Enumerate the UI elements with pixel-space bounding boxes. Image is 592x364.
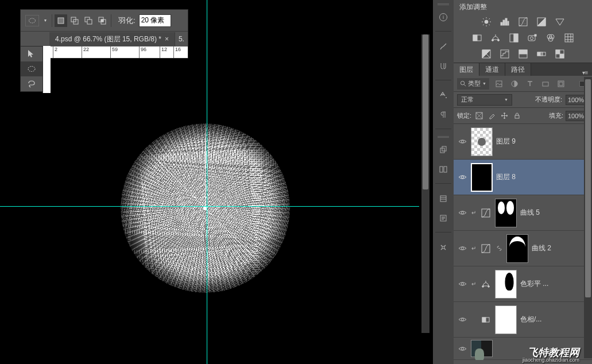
tab-channels[interactable]: 通道	[479, 63, 505, 76]
layer-mask-thumbnail[interactable]	[495, 305, 517, 334]
shape-dropdown-arrow[interactable]: ▾	[42, 18, 48, 23]
visibility-toggle[interactable]	[457, 208, 467, 218]
layer-mask-thumbnail[interactable]	[495, 270, 517, 299]
clone-panel-icon[interactable]	[435, 142, 451, 158]
filter-kind-select[interactable]: 类型 ▼	[457, 78, 489, 90]
blend-mode-select[interactable]: 正常 ▼	[457, 94, 512, 106]
color-balance-icon[interactable]	[490, 32, 501, 44]
channel-mixer-icon[interactable]	[545, 32, 556, 44]
vibrance-icon[interactable]	[554, 16, 566, 28]
lasso-tool[interactable]	[21, 76, 42, 91]
exposure-icon[interactable]	[536, 16, 547, 28]
scrollbar-thumb[interactable]	[585, 79, 591, 297]
svg-point-78	[461, 347, 463, 350]
layer-name[interactable]: 色相/...	[520, 315, 541, 324]
photo-filter-icon[interactable]	[527, 32, 538, 44]
curves-adj-icon[interactable]	[480, 207, 492, 219]
layer-name[interactable]: 图层 8	[496, 172, 516, 182]
layer-mask-thumbnail[interactable]	[506, 234, 528, 263]
layer-name[interactable]: 曲线 2	[532, 243, 551, 253]
selmode-add-button[interactable]	[68, 14, 81, 27]
document-tab-active[interactable]: 4.psd @ 66.7% (图层 15, RGB/8) * ×	[49, 32, 175, 46]
layer-row[interactable]: 色相/...	[454, 302, 592, 338]
feather-input[interactable]	[139, 14, 171, 27]
filter-pixel-icon[interactable]	[493, 78, 505, 90]
svg-rect-42	[535, 34, 536, 36]
layer-name[interactable]: 色彩平 ...	[520, 279, 548, 289]
layer-filter-bar: 类型 ▼	[454, 76, 592, 92]
curves-adj-icon[interactable]	[480, 243, 492, 254]
layer-row[interactable]: ↵ 曲线 2	[454, 231, 592, 266]
hue-sat-adj-icon[interactable]	[480, 314, 492, 326]
selmode-subtract-button[interactable]	[82, 14, 95, 27]
visibility-toggle[interactable]	[457, 172, 467, 183]
levels-icon[interactable]	[499, 16, 510, 28]
visibility-toggle[interactable]	[457, 137, 467, 147]
visibility-toggle[interactable]	[457, 243, 467, 254]
brush-presets-icon[interactable]	[435, 58, 451, 74]
selmode-intersect-button[interactable]	[96, 14, 109, 27]
layer-thumbnail[interactable]	[471, 163, 493, 192]
layer-mask-thumbnail[interactable]	[495, 199, 517, 227]
lock-position-icon[interactable]	[499, 111, 509, 121]
filter-shape-icon[interactable]	[540, 78, 551, 90]
curves-icon[interactable]	[517, 16, 529, 28]
canvas-scrollbar[interactable]	[421, 34, 430, 333]
paragraph-panel-icon[interactable]	[435, 107, 451, 123]
marquee-tool[interactable]	[21, 61, 42, 76]
selection-mode-group	[52, 14, 111, 27]
lock-paint-icon[interactable]	[486, 111, 497, 121]
panel-grip[interactable]	[438, 135, 449, 138]
notes-panel-icon[interactable]	[435, 210, 451, 226]
visibility-toggle[interactable]	[457, 343, 467, 354]
layer-row[interactable]: ↵ 曲线 5	[454, 195, 592, 231]
type-panel-icon[interactable]	[435, 87, 451, 103]
invert-icon[interactable]	[481, 48, 492, 60]
lock-all-icon[interactable]	[512, 111, 522, 121]
layer-name[interactable]: 曲线 5	[520, 208, 540, 218]
layer-name[interactable]: 图层 9	[496, 137, 516, 146]
lock-transparent-icon[interactable]	[474, 111, 484, 121]
tab-close-icon[interactable]: ×	[165, 35, 169, 43]
filter-smart-icon[interactable]	[555, 78, 567, 90]
filter-type-icon[interactable]	[524, 78, 536, 90]
tools-panel-icon[interactable]	[435, 239, 451, 255]
layer-row[interactable]: 图层 9	[454, 124, 592, 160]
selmode-new-button[interactable]	[55, 14, 67, 27]
scrollbar-thumb[interactable]	[423, 34, 428, 189]
brush-panel-icon[interactable]	[435, 38, 451, 55]
brightness-icon[interactable]	[481, 16, 492, 28]
color-balance-adj-icon[interactable]	[480, 278, 492, 290]
ruler-h-scale[interactable]: 2 22 59 96 12 16	[49, 47, 188, 58]
color-lookup-icon[interactable]	[563, 32, 575, 44]
marquee-shape-select[interactable]	[25, 15, 39, 26]
layer-thumbnail[interactable]	[471, 127, 493, 156]
posterize-icon[interactable]	[499, 48, 510, 60]
visibility-toggle[interactable]	[457, 315, 467, 325]
threshold-icon[interactable]	[517, 48, 529, 60]
selective-color-icon[interactable]	[554, 48, 566, 60]
layers-scrollbar[interactable]	[584, 77, 592, 358]
link-icon[interactable]	[495, 245, 503, 251]
document-tab-partial[interactable]: 5.	[175, 35, 188, 43]
layer-row[interactable]: ↵ 色彩平 ...	[454, 266, 592, 302]
bw-icon[interactable]	[508, 32, 520, 44]
ruler-vertical[interactable]	[42, 46, 51, 93]
panel-menu-icon[interactable]: ▾≡	[578, 69, 592, 76]
actions-panel-icon[interactable]	[435, 191, 451, 207]
hue-sat-icon[interactable]	[471, 32, 483, 44]
gradient-map-icon[interactable]	[536, 48, 547, 60]
move-tool[interactable]	[21, 47, 42, 61]
svg-point-75	[461, 319, 463, 321]
layer-row[interactable]: 图层 8	[454, 160, 592, 195]
tab-paths[interactable]: 路径	[505, 63, 531, 76]
layer-thumbnail[interactable]	[471, 340, 493, 357]
history-panel-icon[interactable]	[435, 161, 451, 177]
info-panel-icon[interactable]: i	[435, 9, 451, 25]
visibility-toggle[interactable]	[457, 279, 467, 289]
guide-horizontal[interactable]	[0, 206, 419, 207]
tab-layers[interactable]: 图层	[454, 63, 479, 76]
filter-adjustment-icon[interactable]	[509, 78, 520, 90]
guide-vertical[interactable]	[207, 0, 207, 364]
panel-grip[interactable]	[438, 2, 449, 6]
